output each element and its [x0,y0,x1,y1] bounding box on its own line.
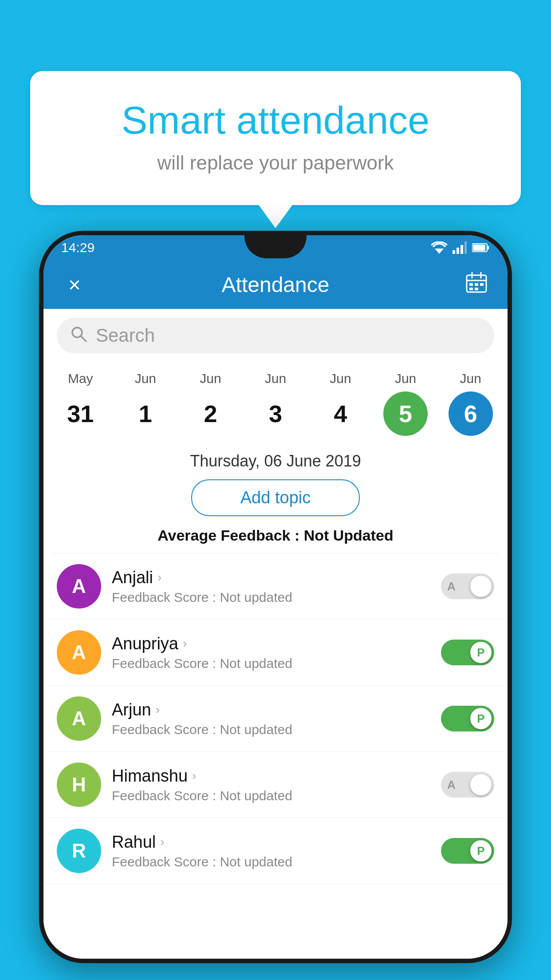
student-row: AAnjali ›Feedback Score : Not updated A [43,553,508,620]
add-topic-label: Add topic [240,488,311,507]
bubble-subtitle: will replace your paperwork [66,152,485,174]
student-name[interactable]: Anupriya › [112,634,430,653]
toggle-on[interactable]: P [441,640,494,665]
avatar: R [57,829,101,873]
svg-rect-6 [487,246,489,249]
calendar-button[interactable] [463,271,490,299]
status-time: 14:29 [61,240,94,255]
feedback-score: Feedback Score : Not updated [112,854,430,869]
avatar: A [57,564,101,609]
wifi-icon [431,241,447,254]
svg-rect-2 [457,248,459,254]
search-placeholder: Search [96,325,155,346]
close-button[interactable]: × [61,273,88,297]
calendar-day[interactable]: Jun5 [383,371,428,436]
svg-marker-0 [435,249,444,254]
add-topic-button[interactable]: Add topic [191,479,360,516]
phone-frame: 14:29 [39,231,512,963]
student-name[interactable]: Himanshu › [112,767,430,786]
calendar-day[interactable]: Jun3 [253,371,298,436]
student-row: AAnupriya ›Feedback Score : Not updated … [43,620,508,686]
attendance-toggle[interactable]: P [441,838,494,864]
app-bar: × Attendance [43,260,508,309]
attendance-toggle[interactable]: P [441,706,494,731]
avg-feedback-value: Not Updated [304,527,394,544]
svg-rect-4 [464,241,467,254]
svg-rect-12 [469,283,473,286]
calendar-strip: May31Jun1Jun2Jun3Jun4Jun5Jun6 [43,362,508,445]
feedback-score: Feedback Score : Not updated [112,722,430,737]
svg-rect-14 [480,283,484,286]
calendar-day[interactable]: Jun2 [188,371,232,436]
avg-feedback: Average Feedback : Not Updated [43,527,508,553]
status-icons [431,241,490,254]
avatar: A [57,696,101,741]
chevron-icon: › [183,636,187,651]
chevron-icon: › [192,769,196,783]
calendar-day[interactable]: May31 [58,371,102,436]
phone-screen: 14:29 [43,235,508,959]
svg-rect-3 [460,245,463,254]
student-row: AArjun ›Feedback Score : Not updated P [43,686,508,752]
svg-rect-13 [475,283,478,286]
student-name[interactable]: Rahul › [112,833,430,852]
avatar: H [57,763,101,807]
chevron-icon: › [160,835,164,849]
student-row: RRahul ›Feedback Score : Not updated P [43,818,508,884]
calendar-day[interactable]: Jun1 [123,371,168,436]
toggle-off[interactable]: A [441,573,494,599]
toggle-on[interactable]: P [441,838,494,864]
battery-icon [472,243,490,253]
bubble-title: Smart attendance [66,98,485,143]
avatar: A [57,630,101,675]
student-name[interactable]: Arjun › [112,700,430,719]
chevron-icon: › [157,570,161,585]
toggle-off[interactable]: A [441,772,494,798]
svg-line-18 [81,336,86,341]
svg-point-17 [72,328,82,337]
calendar-day[interactable]: Jun4 [319,371,363,436]
signal-icon [453,241,467,254]
svg-rect-15 [469,288,473,290]
calendar-day[interactable]: Jun6 [449,371,493,436]
app-bar-title: Attendance [88,273,463,297]
status-bar: 14:29 [43,235,508,260]
chevron-icon: › [156,703,160,717]
attendance-toggle[interactable]: A [441,573,494,599]
selected-date: Thursday, 06 June 2019 [43,445,508,479]
svg-rect-1 [453,250,455,254]
speech-bubble-container: Smart attendance will replace your paper… [30,71,521,205]
feedback-score: Feedback Score : Not updated [112,590,430,605]
search-icon [70,325,87,346]
search-bar[interactable]: Search [57,318,494,353]
student-row: HHimanshu ›Feedback Score : Not updated … [43,752,508,818]
svg-rect-7 [473,245,485,251]
student-name[interactable]: Anjali › [112,568,430,587]
svg-rect-16 [475,288,478,290]
feedback-score: Feedback Score : Not updated [112,656,430,671]
feedback-score: Feedback Score : Not updated [112,788,430,803]
speech-bubble: Smart attendance will replace your paper… [30,71,521,205]
screen-content: Search May31Jun1Jun2Jun3Jun4Jun5Jun6 Thu… [43,309,508,959]
attendance-toggle[interactable]: A [441,772,494,798]
phone-notch [244,235,307,258]
attendance-toggle[interactable]: P [441,640,494,665]
toggle-on[interactable]: P [441,706,494,731]
student-list: AAnjali ›Feedback Score : Not updated A … [43,553,508,884]
